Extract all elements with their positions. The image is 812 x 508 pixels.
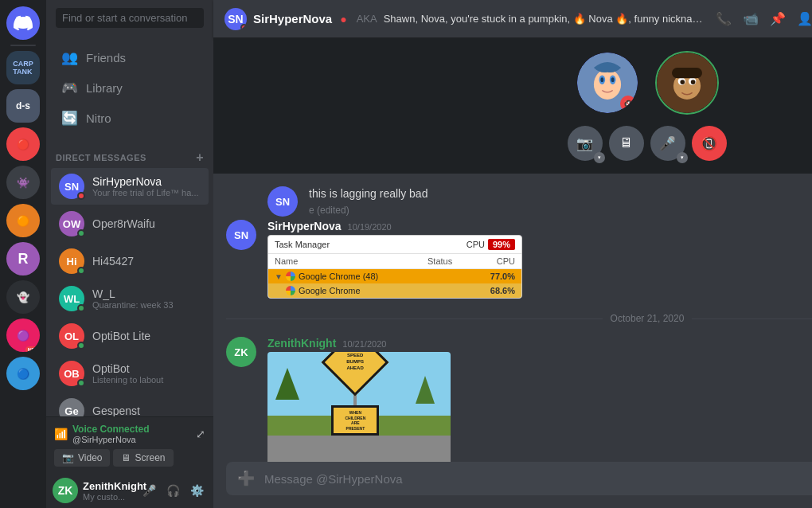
svg-rect-12 <box>672 68 702 78</box>
message-input[interactable] <box>264 472 812 486</box>
message-header-zenithknight: ZenithKnight 10/21/2020 <box>267 337 451 350</box>
add-file-icon[interactable]: ➕ <box>237 470 255 487</box>
dm-item-gespenst[interactable]: Ge Gespenst <box>51 393 209 416</box>
tm-cpu-label: CPU <box>467 240 485 249</box>
sidebar-item-nitro[interactable]: 🔄 Nitro <box>51 103 209 133</box>
library-icon: 🎮 <box>61 79 78 96</box>
messages-area[interactable]: SN this is lagging really bad e (edited)… <box>213 174 812 462</box>
svg-point-4 <box>600 77 603 82</box>
channel-search-container <box>46 0 213 36</box>
message-header-sirhypernova: SirHyperNova 10/19/2020 <box>267 220 522 233</box>
sidebar-item-library[interactable]: 🎮 Library <box>51 72 209 103</box>
voice-video-button[interactable]: 📷 Video <box>54 449 110 467</box>
svg-point-1 <box>594 69 621 100</box>
dm-status-w_l <box>77 304 85 312</box>
speed-bump-sign-text: SPEEDBUMPSAHEAD <box>347 354 365 372</box>
user-bar: ZK ZenithKnight My custo... 🎤 🎧 ⚙️ <box>46 473 213 508</box>
server-icon-discord[interactable] <box>6 6 40 40</box>
dm-avatar-hi45427: Hi <box>59 248 84 274</box>
dm-sub-sirhypernova: Your free trial of Life™ ha... <box>92 188 201 197</box>
screen-control-button[interactable]: 🖥 <box>609 126 644 161</box>
speed-bump-diamond-sign: SPEEDBUMPSAHEAD <box>322 352 389 396</box>
message-input-wrap: ➕ 🎁 GIF <box>226 462 812 495</box>
dm-avatar-gespenst: Ge <box>59 398 84 416</box>
tm-header: Task Manager CPU 99% <box>268 236 521 254</box>
hangup-icon: 📵 <box>701 135 717 152</box>
message-avatar-lagging: SN <box>267 186 298 217</box>
mic-button[interactable]: 🎤 <box>139 480 159 501</box>
dm-item-w_l[interactable]: WL W_L Quarantine: week 33 <box>51 280 209 317</box>
server-list: CARPTANK d-s 🔴 👾 🟠 R 👻 🟣 🔵 <box>0 0 46 508</box>
dm-status-hi45427 <box>77 267 85 275</box>
dm-name-sirhypernova: SirHyperNova <box>92 175 201 188</box>
when-children-text: WHENCHILDRENAREPRESENT <box>338 410 372 431</box>
search-input[interactable] <box>56 8 204 28</box>
dm-add-button[interactable]: + <box>196 150 204 165</box>
call-icon[interactable]: 📞 <box>716 11 732 26</box>
scene-road <box>267 436 451 462</box>
header-username: SirHyperNova <box>253 12 332 25</box>
message-avatar-zenithknight: ZK <box>226 337 256 367</box>
video-call-icon[interactable]: 📹 <box>743 11 759 26</box>
dm-item-oper8rwaifu[interactable]: OW Oper8rWaifu <box>51 205 209 242</box>
server-icon-3[interactable]: 🔴 <box>6 127 40 161</box>
tm-col-name: Name <box>275 256 427 266</box>
hangup-button[interactable]: 📵 <box>692 126 727 161</box>
dm-status-oper8rwaifu <box>77 229 85 237</box>
server-icon-9[interactable]: 🔵 <box>6 357 40 390</box>
server-icon-7[interactable]: 👻 <box>6 280 40 314</box>
server-icon-6[interactable]: R <box>6 242 40 275</box>
voice-video-label: Video <box>78 452 102 463</box>
settings-button[interactable]: ⚙️ <box>186 480 207 501</box>
server-icon-ds[interactable]: d-s <box>6 89 40 123</box>
message-text-lagging: this is lagging really bad <box>309 186 427 202</box>
dm-avatar-w_l: WL <box>59 286 84 311</box>
server-icon-8[interactable]: 🟣 <box>6 318 40 352</box>
dm-name-hi45427: Hi45427 <box>92 255 201 268</box>
server-icon-4[interactable]: 👾 <box>6 166 40 199</box>
library-label: Library <box>86 81 123 95</box>
server-icon-carptank[interactable]: CARPTANK <box>6 51 40 84</box>
voice-expand-icon[interactable]: ⤢ <box>196 428 205 440</box>
message-group-zenithknight: ZK ZenithKnight 10/21/2020 <box>226 337 812 462</box>
svg-point-10 <box>680 80 685 84</box>
dm-item-hi45427[interactable]: Hi Hi45427 <box>51 243 209 279</box>
message-group-lagging: SN this is lagging really bad e (edited) <box>267 186 812 217</box>
microphone-icon: 🎤 <box>659 135 676 152</box>
voice-screen-button[interactable]: 🖥 Screen <box>113 449 173 467</box>
message-time-sirhypernova: 10/19/2020 <box>348 222 392 232</box>
dm-name-optibot: OptiBot <box>92 362 201 375</box>
headphone-button[interactable]: 🎧 <box>162 480 183 501</box>
message-content-sirhypernova: SirHyperNova 10/19/2020 Task Manager CPU… <box>267 220 522 299</box>
dm-item-optibot[interactable]: OB OptiBot Listening to labout <box>51 355 209 392</box>
message-input-bar: ➕ 🎁 GIF <box>213 462 812 508</box>
server-divider <box>10 45 36 46</box>
tm-chrome48-label: Google Chrome (48) <box>299 272 378 281</box>
nitro-label: Nitro <box>86 111 111 125</box>
date-divider-oct21: October 21, 2020 <box>226 313 812 324</box>
sign-post-container: SPEEDBUMPSAHEAD WHENCHILDRENAREPRESENT <box>331 352 379 436</box>
message-time-zenithknight: 10/21/2020 <box>342 339 386 349</box>
friends-icon: 👥 <box>61 49 78 66</box>
tm-cpu-badge: 99% <box>488 239 515 250</box>
sidebar-item-friends[interactable]: 👥 Friends <box>51 42 209 72</box>
dm-name-gespenst: Gespenst <box>92 404 201 416</box>
dm-item-sirhypernova[interactable]: SN SirHyperNova Your free trial of Life™… <box>51 168 209 205</box>
camera-icon: 📷 <box>576 135 593 152</box>
dm-name-w_l: W_L <box>92 287 201 300</box>
voice-status-info: Voice Connected @SirHyperNova <box>72 424 149 444</box>
voice-channel-name: @SirHyperNova <box>72 435 149 444</box>
user-bar-icons: 🎤 🎧 ⚙️ <box>139 480 207 501</box>
dm-avatar-oper8rwaifu: OW <box>59 211 84 236</box>
pin-icon[interactable]: 📌 <box>770 11 786 26</box>
camera-expand-icon[interactable]: ▾ <box>594 152 605 163</box>
server-icon-5[interactable]: 🟠 <box>6 204 40 237</box>
dm-item-optibot-lite[interactable]: OL OptiBot Lite <box>51 318 209 354</box>
call-mic-muted-1: 🔇 <box>620 96 636 111</box>
header-nicknames: Shawn, Nova, you're stuck in a pumpkin, … <box>384 13 707 25</box>
mic-expand-icon[interactable]: ▾ <box>677 152 688 163</box>
add-member-icon[interactable]: 👤 <box>797 11 812 26</box>
message-content-zenithknight: ZenithKnight 10/21/2020 SPEEDBUMPSAHEAD <box>267 337 451 462</box>
tree-left <box>275 368 299 400</box>
dm-info-oper8rwaifu: Oper8rWaifu <box>92 217 201 230</box>
